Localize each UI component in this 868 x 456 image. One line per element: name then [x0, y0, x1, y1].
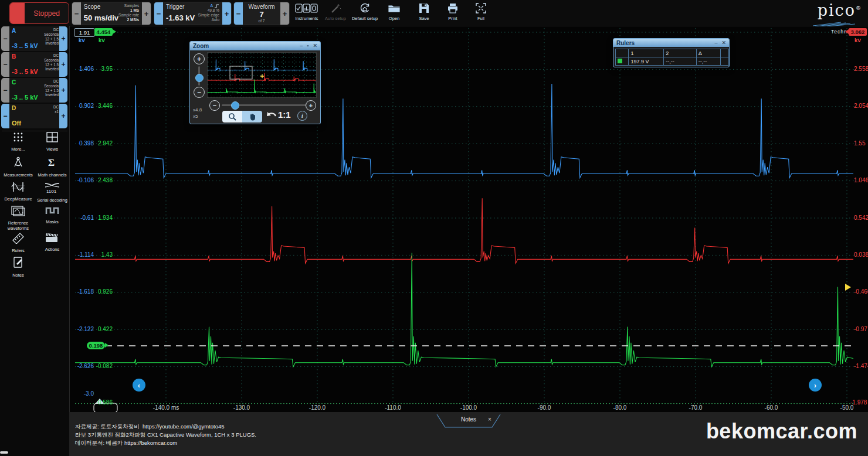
run-stop-button[interactable]: Stopped [9, 2, 69, 24]
signal-ruler-handle[interactable]: 0.198 [87, 342, 105, 349]
sidebar-item-deepmeasure[interactable]: DeepMeasure [2, 182, 34, 202]
zoom-in-horizontal-button[interactable]: + [306, 100, 316, 111]
sidebar-item-more[interactable]: More... [2, 132, 34, 152]
rulers-window-titlebar[interactable]: Rulers – ✕ [613, 39, 729, 47]
waveform-previous-button[interactable]: − [234, 2, 243, 25]
y-tick-green: 3.95 [89, 66, 113, 72]
close-icon[interactable]: ✕ [721, 39, 726, 47]
channel-B-decrease-button[interactable]: − [1, 52, 9, 77]
waveform-of-label: of 7 [259, 19, 265, 23]
channel-D-decrease-button[interactable]: − [1, 104, 9, 128]
notes-line-3[interactable]: 데이터분석: 베콤카 https://bekomcar.com [75, 440, 177, 447]
waveform-next-button[interactable]: + [280, 2, 289, 25]
timebase-value[interactable]: 50 ms/div [84, 13, 118, 22]
sidebar-item-rulers[interactable]: Rulers [2, 232, 34, 253]
y-tick-red: -0.466 [854, 288, 868, 295]
info-icon[interactable]: i [297, 111, 307, 121]
channel-D-panel[interactable]: −DOffDCx1+ [1, 104, 67, 128]
pico-technology-logo: pico® Technology [798, 1, 862, 25]
minimize-icon[interactable]: – [714, 39, 717, 47]
zoom-window-title: Zoom [193, 43, 296, 49]
zoom-y-factor: x5 [193, 114, 198, 119]
picoscope-app: Stopped − Scope 50 ms/div Samples 1 MS S… [0, 0, 868, 456]
sidebar-item-math-channels[interactable]: ΣMath channels [36, 156, 68, 178]
zoom-tool-toggle [222, 111, 262, 122]
notes-tab[interactable]: Notes [461, 416, 476, 423]
trigger-level-marker[interactable] [845, 284, 851, 291]
x-tick: -120.0 [297, 404, 338, 411]
close-icon[interactable]: ✕ [313, 42, 317, 50]
pan-tool-button[interactable] [242, 111, 262, 122]
scope-panel[interactable]: − Scope 50 ms/div Samples 1 MS Sample ra… [72, 2, 151, 25]
print-button[interactable]: Print [438, 2, 467, 25]
sidebar-item-actions[interactable]: Actions [36, 232, 68, 252]
vertical-zoom-knob[interactable] [195, 74, 204, 82]
trigger-decrease-button[interactable]: − [154, 2, 163, 25]
sidebar-item-reference-waveforms[interactable]: Reference waveforms [2, 206, 34, 231]
trigger-marker-icon [260, 74, 264, 78]
y-tick-green: 3.446 [89, 103, 113, 109]
zoom-x-factor: x4.8 [193, 107, 202, 113]
auto-setup-button[interactable]: Auto setup [321, 2, 350, 25]
pan-left-button[interactable]: ‹ [133, 379, 145, 392]
zoom-reset-ratio-button[interactable]: 1:1 [278, 110, 291, 120]
sidebar-item-notes[interactable]: Notes [2, 257, 34, 278]
open-icon [388, 2, 401, 15]
channel-A-increase-button[interactable]: + [59, 26, 67, 51]
full-button[interactable]: Full [466, 2, 496, 25]
trigger-channel-label: A [210, 4, 213, 8]
scope-decrease-button[interactable]: − [72, 2, 81, 25]
save-button[interactable]: Save [409, 2, 439, 25]
zoom-out-vertical-button[interactable]: − [194, 87, 205, 98]
y-tick-green: 1.934 [89, 215, 113, 221]
ruler2-value: --,-- [664, 57, 697, 66]
open-button[interactable]: Open [379, 2, 409, 25]
trigger-info: A 49.8 % Simple edge Auto [198, 4, 219, 23]
x-tick: -130.0 [221, 404, 262, 411]
minimize-icon[interactable]: – [300, 42, 303, 50]
notes-line-1[interactable]: 자료제공: 토토자동차정비 https://youtube.com/@gymto… [75, 423, 225, 431]
scrollbar-thumb[interactable] [0, 451, 8, 454]
bekomcar-watermark: bekomcar.com [706, 419, 857, 444]
zoom-overview-preview[interactable] [207, 52, 317, 98]
trigger-panel[interactable]: − Trigger -1.63 kV A 49.8 % Simple edge … [154, 2, 232, 25]
sidebar-item-masks[interactable]: Masks [36, 206, 68, 224]
waveform-title: Waveform [248, 4, 274, 10]
sidebar-item-views[interactable]: Views [36, 132, 68, 152]
channel-a-axis-offset[interactable]: 1.91 [74, 28, 95, 37]
instruments-button[interactable]: Instruments [292, 2, 321, 25]
channel-D-increase-button[interactable]: + [59, 104, 67, 128]
zoom-in-vertical-button[interactable]: + [194, 53, 205, 64]
trigger-level-value[interactable]: -1.63 kV [166, 13, 195, 22]
trigger-increase-button[interactable]: + [222, 2, 231, 25]
horizontal-zoom-knob[interactable] [231, 101, 239, 110]
waveform-buffer-panel[interactable]: − Waveform 7 of 7 + [233, 2, 290, 25]
channel-A-panel[interactable]: −A-3 .. 5 kVDCSeconda12 + 1.5Inverted+ [1, 26, 67, 51]
stop-icon[interactable] [10, 3, 25, 23]
x-tick: -70.0 [675, 404, 716, 411]
channel-B-panel[interactable]: −B-3 .. 5 kVDCSeconda12 + 1.5Inverted+ [1, 52, 67, 77]
channel-c-axis-offset[interactable]: 4.454 [94, 28, 113, 36]
sidebar-item-serial-decoding[interactable]: 1101Serial decoding [36, 182, 68, 203]
notes-tab-close-icon[interactable]: × [488, 416, 491, 423]
channel-B-increase-button[interactable]: + [59, 52, 67, 77]
zoom-out-horizontal-button[interactable]: − [209, 100, 220, 111]
zoom-tool-button[interactable] [222, 111, 242, 122]
channel-C-increase-button[interactable]: + [59, 78, 67, 103]
channel-C-panel[interactable]: −C-3 .. 5 kVDCSeconda12 + 1.5Inverted+ [1, 78, 67, 103]
channel-b-axis-offset[interactable]: 3.062 [849, 28, 867, 36]
default-setup-button[interactable]: Default setup [350, 2, 379, 25]
maximize-icon[interactable]: ▫ [307, 42, 308, 50]
notes-line-2[interactable]: 라보 3기통엔진 점화2차파형 CX1 Capactive Waveform, … [75, 431, 256, 439]
sidebar-item-measurements[interactable]: Measurements [2, 156, 34, 178]
scope-increase-button[interactable]: + [142, 2, 151, 25]
channel-A-decrease-button[interactable]: − [1, 26, 9, 51]
rulers-value-row[interactable]: 197.9 V --,-- --,-- [616, 57, 729, 66]
undo-zoom-icon[interactable] [265, 111, 278, 121]
channel-D-range[interactable]: Off [12, 120, 21, 127]
rulers-icon [12, 232, 25, 246]
channel-C-decrease-button[interactable]: − [1, 78, 9, 103]
zoom-window-titlebar[interactable]: Zoom – ▫ ✕ [190, 42, 320, 50]
pan-right-button[interactable]: › [809, 379, 822, 392]
sidebar-divider [2, 131, 67, 131]
